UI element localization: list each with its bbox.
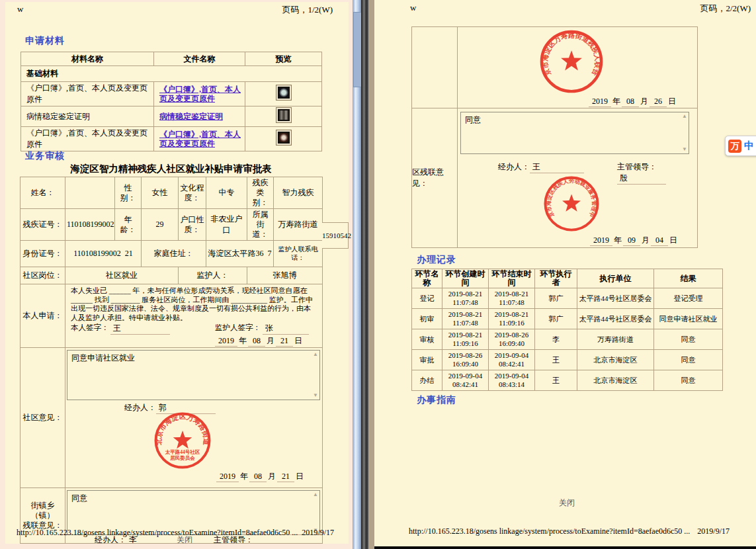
table-row: 登记 2019-08-21 11:07:48 2019-08-21 11:07:… bbox=[412, 288, 723, 309]
svg-text:北京市海淀区万寿路街道残疾人联合会: 北京市海淀区万寿路街道残疾人联合会 bbox=[539, 29, 602, 78]
preview-image bbox=[278, 132, 290, 144]
record-ended: 2019-09-04 08:42:41 bbox=[489, 350, 535, 370]
field-label-community-opinion: 社区意见： bbox=[21, 348, 65, 488]
records-col-ended: 环节结束时间 bbox=[489, 269, 535, 288]
preview-thumbnail[interactable] bbox=[276, 85, 292, 101]
materials-group-row: 基础材料 bbox=[21, 66, 322, 82]
materials-col-material: 材料名称 bbox=[21, 52, 154, 66]
field-value-gender: 女性 bbox=[142, 177, 179, 209]
date-year-cn: 年 bbox=[239, 336, 247, 345]
date-day-cn: 日 bbox=[294, 336, 302, 345]
window-border-edge bbox=[368, 0, 374, 549]
section-title-processing-records: 办理记录 bbox=[417, 254, 456, 266]
scroll-down-icon[interactable]: ▼ bbox=[682, 147, 687, 152]
community-opinion-textarea[interactable]: 同意申请社区就业 ▲ ▼ bbox=[67, 350, 320, 400]
guardian-signature: 张 bbox=[263, 323, 309, 335]
guardian-signature-label: 监护人签字： bbox=[215, 323, 261, 333]
field-label-guardian-phone: 监护人联系电话： bbox=[274, 241, 323, 267]
record-step: 登记 bbox=[412, 288, 442, 309]
field-label-personal-application: 本人申请： bbox=[21, 284, 65, 348]
table-row: 初审 2019-08-21 11:07:48 2019-08-21 11:09:… bbox=[412, 309, 723, 329]
table-row: 审核 2019-08-21 11:09:16 2019-08-26 16:09:… bbox=[412, 329, 723, 350]
form-title: 海淀区智力精神残疾人社区就业补贴申请审批表 bbox=[20, 163, 322, 175]
record-ended: 2019-08-21 11:07:48 bbox=[489, 288, 535, 309]
close-link[interactable]: 关闭 bbox=[411, 497, 722, 509]
section-title-application-materials: 申请材料 bbox=[25, 35, 65, 47]
record-executor: 王 bbox=[535, 370, 577, 391]
record-created: 2019-08-21 11:07:48 bbox=[442, 309, 489, 329]
self-signature-label: 本人签字： bbox=[71, 323, 109, 333]
field-value-education: 中专 bbox=[206, 177, 247, 209]
district-leader-line: 主管领导：殷 bbox=[617, 161, 697, 185]
table-row: 《户口簿》,首页、本人页及变更页原件 《户口簿》,首页、本人页及变更页原件 bbox=[21, 127, 322, 151]
materials-group-label: 基础材料 bbox=[21, 66, 322, 82]
record-result: 同意 bbox=[654, 370, 723, 391]
material-file-link[interactable]: 《户口簿》,首页、本人页及变更页原件 bbox=[159, 85, 243, 103]
records-col-result: 结果 bbox=[654, 269, 723, 288]
material-name: 病情稳定鉴定证明 bbox=[21, 106, 154, 127]
record-executor: 李 bbox=[535, 329, 577, 350]
footer-date: 2019/9/17 bbox=[302, 528, 334, 538]
scroll-up-icon[interactable]: ▲ bbox=[313, 492, 318, 497]
record-executor: 郭广 bbox=[535, 288, 577, 309]
table-row: 病情稳定鉴定证明 病情稳定鉴定证明 bbox=[21, 106, 322, 127]
record-executor: 王 bbox=[535, 350, 577, 370]
star-icon bbox=[561, 50, 582, 70]
window-bottom-border bbox=[374, 546, 756, 549]
leader-label: 主管领导： bbox=[617, 162, 657, 171]
record-result: 同意 bbox=[654, 329, 723, 350]
page1-footer: http://10.165.223.18/gosens linkage/syst… bbox=[17, 528, 334, 538]
material-file-link[interactable]: 病情稳定鉴定证明 bbox=[159, 112, 223, 121]
record-step: 初审 bbox=[412, 309, 442, 329]
page1-header-page-number: 页码，1/2(W) bbox=[282, 4, 333, 16]
materials-header-row: 材料名称 文件名称 预览 bbox=[21, 52, 322, 66]
field-label-name: 姓名： bbox=[21, 177, 65, 209]
preview-thumbnail[interactable] bbox=[276, 130, 292, 146]
footer-date: 2019/9/17 bbox=[697, 527, 730, 536]
page-1: w 页码，1/2(W) 申请材料 材料名称 文件名称 预览 基础材料 《户口簿》… bbox=[5, 2, 349, 544]
stamp-line1: 太平路44号社区 bbox=[165, 449, 200, 455]
record-ended: 2019-08-21 11:09:16 bbox=[489, 309, 535, 329]
scroll-up-icon[interactable]: ▲ bbox=[682, 114, 687, 119]
field-value-community-post: 社区就业 bbox=[65, 267, 179, 284]
date-year-cn: 年 bbox=[614, 235, 622, 245]
field-label-hukou: 户口性质： bbox=[179, 209, 206, 241]
materials-col-file: 文件名称 bbox=[154, 52, 245, 66]
field-label-age: 年龄： bbox=[115, 209, 142, 241]
page-2: w 页码，2/2(W) 北京市海淀区万寿路街道残疾人联合会 2019年08月26… bbox=[374, 0, 756, 546]
field-value-address: 海淀区太平路36 7 bbox=[206, 241, 274, 267]
print-preview-window: w 页码，1/2(W) 申请材料 材料名称 文件名称 预览 基础材料 《户口簿》… bbox=[0, 0, 756, 549]
preview-thumbnail[interactable] bbox=[276, 107, 292, 123]
district-opinion-textarea[interactable]: 同意 ▲ ▼ bbox=[460, 112, 689, 154]
application-date: 2019年08月21日 bbox=[67, 335, 321, 347]
date-month-cn: 月 bbox=[642, 235, 650, 245]
approval-form-table: 姓名： 性别： 女性 文化程度： 中专 残疾类别： 智力残疾 残疾证号： 110… bbox=[20, 177, 323, 544]
date-day: 04 bbox=[651, 235, 668, 246]
field-label-national-id: 身份证号： bbox=[21, 241, 65, 267]
record-result: 同意 bbox=[654, 350, 723, 370]
record-unit: 太平路44号社区居委会 bbox=[577, 288, 654, 309]
field-value-disability-type: 智力残疾 bbox=[274, 177, 323, 209]
record-created: 2019-09-04 08:42:41 bbox=[442, 370, 489, 391]
material-file-link[interactable]: 《户口簿》,首页、本人页及变更页原件 bbox=[159, 130, 243, 148]
district-opinion-text: 同意 bbox=[465, 115, 481, 124]
record-unit: 北京市海淀区 bbox=[577, 350, 654, 370]
materials-table: 材料名称 文件名称 预览 基础材料 《户口簿》,首页、本人页及变更页原件 《户口… bbox=[21, 52, 322, 151]
scroll-down-icon[interactable]: ▼ bbox=[313, 393, 318, 398]
record-step: 办结 bbox=[412, 370, 442, 391]
official-stamp-street-federation: 北京市海淀区万寿路街道残疾人联合会 bbox=[539, 29, 604, 94]
form-row-position: 社区岗位： 社区就业 监护人： 张旭博 bbox=[21, 267, 323, 284]
self-signature: 王 bbox=[110, 323, 170, 335]
date-day: 26 bbox=[650, 97, 667, 107]
stamp-line2: 居民委员会 bbox=[169, 455, 195, 461]
field-label-street: 所属街道： bbox=[247, 209, 274, 241]
field-label-community-post: 社区岗位： bbox=[21, 267, 65, 284]
translate-plugin-badge[interactable]: 万 中 bbox=[725, 136, 756, 156]
svg-text:北京市海淀区残疾人劳动就业服务管理中心: 北京市海淀区残疾人劳动就业服务管理中心 bbox=[543, 175, 597, 218]
field-value-age: 29 bbox=[142, 209, 179, 241]
field-label-gender: 性别： bbox=[115, 177, 142, 209]
scroll-up-icon[interactable]: ▲ bbox=[313, 352, 318, 357]
record-created: 2019-08-21 11:07:48 bbox=[442, 288, 489, 309]
field-label-guardian: 监护人： bbox=[179, 267, 247, 284]
preview-image bbox=[278, 87, 290, 99]
